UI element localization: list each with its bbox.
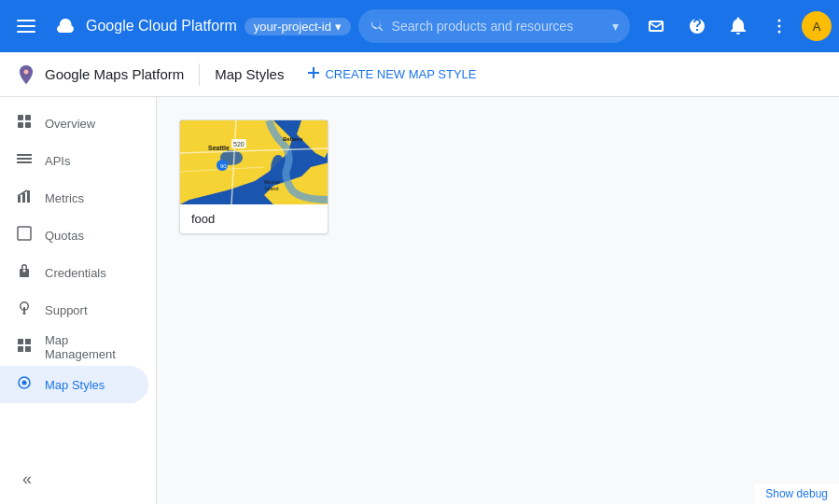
collapse-sidebar-button[interactable]: « bbox=[15, 462, 39, 497]
map-preview-food: Seattle Bellevu 90 Mercer Island 520 bbox=[180, 120, 329, 204]
topbar-title: Google Cloud Platform bbox=[86, 18, 237, 35]
svg-point-3 bbox=[778, 20, 781, 22]
svg-text:520: 520 bbox=[233, 141, 245, 147]
svg-rect-23 bbox=[18, 346, 23, 352]
more-options-icon-button[interactable] bbox=[761, 7, 798, 45]
svg-rect-1 bbox=[17, 25, 35, 27]
map-style-label-food: food bbox=[180, 204, 328, 233]
menu-icon[interactable] bbox=[7, 7, 45, 45]
overview-icon bbox=[15, 114, 34, 133]
quotas-icon bbox=[15, 226, 34, 245]
sidebar: Overview APIs Metrics bbox=[0, 97, 157, 504]
topbar-actions: A bbox=[637, 7, 832, 45]
create-icon bbox=[306, 65, 321, 84]
svg-text:90: 90 bbox=[220, 163, 227, 169]
svg-rect-0 bbox=[17, 20, 35, 21]
notifications-icon-button[interactable] bbox=[720, 7, 757, 45]
topbar: Google Cloud Platform your-project-id ▾ … bbox=[0, 0, 839, 52]
svg-text:Bellevu: Bellevu bbox=[283, 136, 303, 142]
svg-text:Island: Island bbox=[265, 186, 279, 191]
svg-point-19 bbox=[23, 312, 26, 315]
svg-rect-11 bbox=[25, 122, 31, 128]
svg-rect-15 bbox=[18, 196, 21, 203]
sidebar-item-map-styles[interactable]: Map Styles bbox=[0, 366, 148, 403]
account-chip[interactable]: your-project-id ▾ bbox=[245, 18, 351, 35]
svg-rect-14 bbox=[17, 161, 32, 163]
sidebar-item-metrics[interactable]: Metrics bbox=[0, 179, 148, 217]
sidebar-item-map-management[interactable]: Map Management bbox=[0, 329, 148, 366]
support-icon bbox=[15, 301, 34, 319]
user-avatar[interactable]: A bbox=[802, 11, 832, 41]
svg-rect-18 bbox=[18, 227, 31, 240]
subheader-divider bbox=[199, 63, 200, 86]
maps-logo-icon bbox=[15, 63, 37, 86]
svg-rect-16 bbox=[22, 193, 25, 203]
email-icon-button[interactable] bbox=[637, 7, 675, 45]
metrics-icon bbox=[15, 189, 34, 207]
create-new-map-style-button[interactable]: CREATE NEW MAP STYLE bbox=[295, 60, 487, 90]
search-icon bbox=[370, 18, 385, 35]
svg-rect-8 bbox=[18, 115, 23, 120]
show-debug-button[interactable]: Show debug bbox=[754, 483, 839, 504]
svg-rect-21 bbox=[18, 339, 23, 344]
svg-rect-20 bbox=[23, 307, 25, 312]
svg-text:Mercer: Mercer bbox=[264, 179, 280, 185]
map-management-icon bbox=[15, 338, 34, 357]
svg-rect-12 bbox=[17, 154, 32, 156]
cloud-icon bbox=[52, 13, 78, 39]
sidebar-item-quotas[interactable]: Quotas bbox=[0, 217, 148, 254]
svg-rect-2 bbox=[17, 31, 35, 33]
svg-text:Seattle: Seattle bbox=[208, 145, 230, 151]
help-icon-button[interactable] bbox=[678, 7, 716, 45]
credentials-icon bbox=[15, 263, 34, 282]
svg-rect-17 bbox=[27, 190, 30, 203]
maps-brand-area: Google Maps Platform bbox=[15, 63, 184, 86]
sidebar-item-support[interactable]: Support bbox=[0, 291, 148, 329]
svg-point-26 bbox=[22, 381, 27, 385]
main-layout: Overview APIs Metrics bbox=[0, 97, 839, 504]
map-style-card-food[interactable]: Seattle Bellevu 90 Mercer Island 520 foo… bbox=[179, 119, 329, 234]
page-title: Map Styles bbox=[215, 66, 284, 82]
map-styles-icon bbox=[15, 375, 34, 394]
map-preview-svg: Seattle Bellevu 90 Mercer Island 520 bbox=[180, 120, 329, 204]
svg-rect-13 bbox=[17, 158, 32, 160]
apis-icon bbox=[15, 151, 34, 170]
search-dropdown-icon[interactable]: ▾ bbox=[612, 19, 619, 34]
svg-rect-24 bbox=[25, 346, 31, 352]
sidebar-item-apis[interactable]: APIs bbox=[0, 142, 148, 179]
sidebar-item-overview[interactable]: Overview bbox=[0, 105, 148, 142]
search-input[interactable] bbox=[392, 19, 605, 34]
svg-point-4 bbox=[778, 25, 781, 28]
search-bar[interactable]: ▾ bbox=[358, 9, 630, 43]
svg-rect-22 bbox=[25, 339, 31, 344]
sidebar-collapse-area: « bbox=[0, 462, 156, 497]
svg-rect-10 bbox=[18, 122, 23, 128]
svg-rect-7 bbox=[308, 72, 319, 74]
gcp-logo-area: Google Cloud Platform bbox=[52, 13, 237, 39]
svg-rect-9 bbox=[25, 115, 31, 120]
main-content: Seattle Bellevu 90 Mercer Island 520 foo… bbox=[157, 97, 839, 504]
maps-platform-title: Google Maps Platform bbox=[45, 66, 184, 82]
svg-point-5 bbox=[778, 31, 781, 34]
sidebar-item-credentials[interactable]: Credentials bbox=[0, 254, 148, 291]
subheader: Google Maps Platform Map Styles CREATE N… bbox=[0, 52, 839, 97]
